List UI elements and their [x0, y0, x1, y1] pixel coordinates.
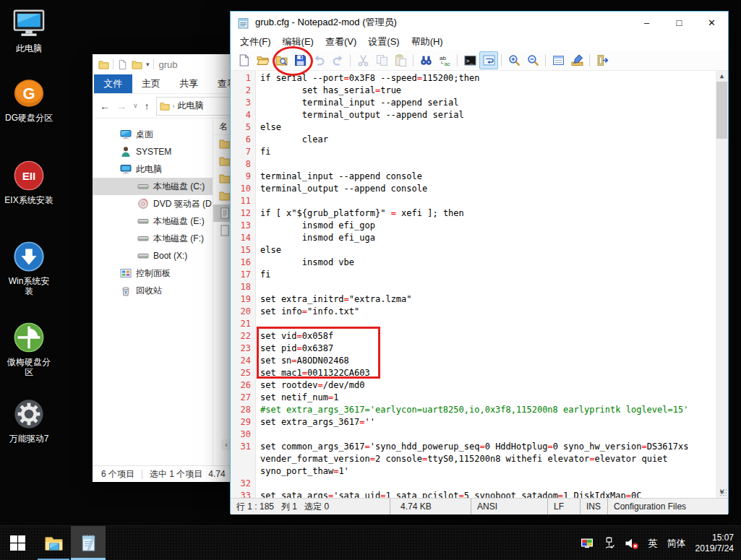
open-file-button[interactable]	[253, 51, 272, 69]
line-text	[255, 281, 260, 293]
editor-line: 12if [ x"${grub_platform}" = xefi ]; the…	[231, 207, 716, 220]
back-icon[interactable]: ←	[100, 101, 110, 111]
view-schemes-button[interactable]	[549, 51, 567, 69]
usb-tray-icon[interactable]	[603, 537, 615, 549]
desktop-icon-diskgenius[interactable]: GDG硬盘分区	[4, 77, 53, 123]
ribbon-tab-share[interactable]: 共享	[170, 74, 208, 93]
breadcrumb[interactable]: 此电脑	[178, 100, 204, 112]
tree-item-label: Boot (X:)	[153, 251, 187, 261]
line-number: 18	[231, 281, 255, 293]
line-text: set sata_args='sata_uid=1 sata_pcislot=5…	[255, 490, 641, 498]
cut-button[interactable]	[354, 51, 372, 69]
ribbon-tab-file[interactable]: 文件	[94, 74, 132, 93]
tree-item-drive[interactable]: 本地磁盘 (F:)	[93, 230, 213, 247]
scroll-up-icon[interactable]: ▲	[716, 71, 728, 82]
desktop-icon-gear[interactable]: 万能驱动7	[4, 397, 53, 444]
quick-access-newfolder-icon[interactable]	[117, 59, 128, 70]
recent-locations-chevron-icon[interactable]: ∨	[133, 103, 138, 109]
tree-item-desktop[interactable]: 桌面	[93, 126, 213, 143]
editor-line: 8	[231, 158, 716, 171]
exit-button[interactable]	[593, 51, 612, 69]
zoom-out-button[interactable]	[523, 51, 542, 69]
desktop-icon-label: DG硬盘分区	[4, 113, 53, 123]
forward-icon[interactable]: →	[116, 101, 127, 111]
taskbar-notepad-button[interactable]	[71, 526, 106, 560]
quick-access-folder-icon[interactable]	[98, 59, 109, 70]
find-button[interactable]	[416, 51, 435, 69]
line-text: terminal_output --append console	[255, 183, 427, 195]
vertical-scrollbar[interactable]: ▲ ▼	[716, 71, 728, 498]
copy-button[interactable]	[372, 51, 391, 69]
tree-item-recycle-bin[interactable]: 回收站	[93, 282, 213, 299]
display-color-tray-icon[interactable]	[581, 537, 594, 550]
editor-line: 3 terminal_input --append serial	[231, 97, 716, 109]
menu-help[interactable]: 帮助(H)	[406, 34, 449, 50]
word-wrap-button[interactable]	[479, 51, 498, 69]
ribbon-tab-home[interactable]: 主页	[132, 74, 171, 93]
file-explorer-icon	[44, 533, 64, 553]
language-indicator[interactable]: 英	[648, 537, 658, 550]
gear-icon	[12, 397, 46, 431]
undo-button[interactable]	[309, 51, 328, 69]
tree-item-user[interactable]: SYSTEM	[93, 143, 213, 160]
customize-schemes-button[interactable]	[567, 51, 586, 69]
desktop-icon-win-install[interactable]: Win系统安装	[4, 240, 53, 296]
selection-size: 4.74	[208, 469, 225, 479]
explorer-main: 桌面SYSTEM此电脑本地磁盘 (C:)DVD 驱动器 (D:)本地磁盘 (E:…	[93, 118, 246, 466]
line-number: 32	[231, 478, 255, 490]
browse-file-button[interactable]	[272, 51, 291, 69]
up-icon[interactable]: ↑	[145, 101, 150, 111]
maximize-button[interactable]: □	[663, 12, 695, 33]
line-text: else	[255, 121, 281, 134]
redo-button[interactable]	[328, 51, 347, 69]
tree-item-drive[interactable]: 本地磁盘 (C:)	[93, 178, 213, 195]
save-button[interactable]	[291, 51, 309, 69]
tree-item-drive[interactable]: 本地磁盘 (E:)	[93, 212, 213, 230]
line-number: 29	[231, 416, 255, 428]
taskbar-file-explorer-button[interactable]	[38, 526, 69, 560]
desktop-icon-this-pc[interactable]: 此电脑	[4, 7, 53, 53]
tree-item-drive[interactable]: Boot (X:)	[93, 247, 213, 264]
status-insert-mode[interactable]: INS	[581, 499, 608, 514]
taskbar-clock[interactable]: 15:07 2019/7/24	[695, 533, 734, 554]
svg-text:EII: EII	[22, 170, 36, 182]
replace-button[interactable]: abac	[435, 51, 454, 69]
start-button[interactable]	[0, 526, 35, 560]
tree-item-control-panel[interactable]: 控制面板	[93, 264, 213, 282]
new-file-button[interactable]	[234, 51, 253, 69]
editor-line: 6 clear	[231, 134, 716, 146]
paste-button[interactable]	[391, 51, 410, 69]
code-editor[interactable]: 1if serial --port=0x3F8 --speed=115200;t…	[231, 71, 728, 498]
scrollbar-thumb[interactable]	[716, 82, 727, 139]
status-syntax-scheme[interactable]: Configuration Files	[608, 499, 728, 514]
tree-item-label: 本地磁盘 (E:)	[153, 215, 205, 228]
zoom-in-button[interactable]	[505, 51, 523, 69]
menu-view[interactable]: 查看(V)	[320, 34, 362, 50]
ime-indicator[interactable]: 简体	[667, 537, 686, 550]
tree-item-dvd[interactable]: DVD 驱动器 (D:)	[93, 195, 213, 212]
resize-grip[interactable]	[719, 488, 727, 496]
menu-settings[interactable]: 设置(S)	[362, 34, 405, 50]
status-eol-mode[interactable]: LF	[548, 499, 581, 514]
notepad-menubar: 文件(F) 编辑(E) 查看(V) 设置(S) 帮助(H)	[231, 33, 728, 50]
quick-access-properties-icon[interactable]	[132, 59, 142, 70]
desktop-icon-aomei[interactable]: 傲梅硬盘分区	[4, 321, 53, 377]
tree-item-label: 桌面	[136, 129, 153, 141]
close-button[interactable]: ✕	[695, 12, 728, 33]
desktop-icon-eix[interactable]: EIIEIX系统安装	[4, 159, 53, 205]
svg-text:>_: >_	[466, 57, 473, 64]
tree-item-computer[interactable]: 此电脑	[93, 160, 213, 178]
volume-muted-icon[interactable]	[625, 537, 639, 550]
line-text	[255, 158, 260, 171]
line-text: fi	[255, 269, 270, 281]
menu-edit[interactable]: 编辑(E)	[277, 34, 320, 50]
aomei-icon	[12, 321, 46, 354]
status-encoding[interactable]: ANSI	[471, 499, 548, 514]
status-file-size[interactable]: 4.74 KB	[390, 499, 471, 514]
quick-access-chevron-down-icon[interactable]: ▾	[146, 61, 150, 68]
launch-console-button[interactable]: >_	[461, 51, 479, 69]
selection-count: 选中 1 个项目	[150, 468, 202, 481]
control-panel-icon	[120, 267, 132, 279]
menu-file[interactable]: 文件(F)	[234, 34, 277, 50]
minimize-button[interactable]: –	[630, 12, 663, 33]
